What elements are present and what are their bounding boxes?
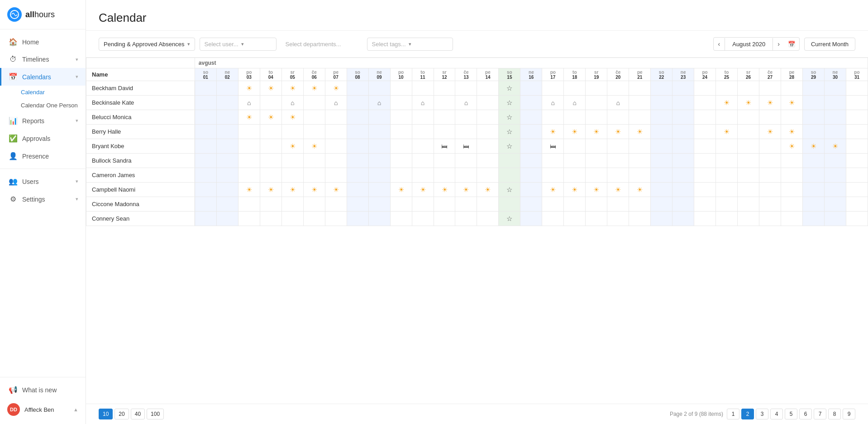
cell-8-18 (586, 197, 607, 212)
cell-5-24 (716, 154, 738, 168)
cell-6-24 (716, 168, 738, 183)
page-num-8[interactable]: 8 (828, 409, 841, 419)
cell-2-14: ☆ (499, 110, 520, 125)
sidebar-navigation: 🏠 Home ⏱ Timelines ▾ 📅 Calendars ▾ Calen… (0, 29, 86, 377)
page-size-20[interactable]: 20 (114, 409, 129, 419)
sidebar-item-presence[interactable]: 👤 Presence (0, 147, 86, 165)
page-num-5[interactable]: 5 (785, 409, 797, 419)
avatar: DD (7, 403, 20, 416)
page-num-3[interactable]: 3 (756, 409, 768, 419)
sidebar-item-label: Calendars (22, 73, 71, 81)
page-size-100[interactable]: 100 (147, 409, 164, 419)
cell-5-8 (368, 154, 390, 168)
cell-3-28 (802, 125, 824, 139)
cell-9-23 (694, 212, 716, 226)
employee-name: Beckham David (86, 81, 195, 96)
page-num-2[interactable]: 2 (741, 409, 754, 419)
cell-7-26 (759, 183, 781, 197)
page-num-7[interactable]: 7 (814, 409, 826, 419)
sidebar-sub-item-calendar[interactable]: Calendar (0, 86, 86, 99)
page-num-6[interactable]: 6 (799, 409, 812, 419)
cell-9-1 (216, 212, 238, 226)
cell-0-27 (781, 81, 803, 96)
cell-0-12 (455, 81, 477, 96)
cell-4-13 (477, 139, 499, 154)
cell-6-19 (607, 168, 629, 183)
page-num-9[interactable]: 9 (843, 409, 855, 419)
cell-1-8: ⌂ (368, 96, 390, 110)
page-info: Page 2 of 9 (88 items) (670, 411, 723, 417)
next-month-button[interactable]: › (773, 38, 784, 50)
sidebar-item-label: Users (22, 178, 71, 185)
sidebar-sub-item-calendar-one-person[interactable]: Calendar One Person (0, 99, 86, 112)
cell-3-25 (738, 125, 759, 139)
cell-5-14 (499, 154, 520, 168)
cell-6-13 (477, 168, 499, 183)
cell-8-19 (607, 197, 629, 212)
cell-5-28 (802, 154, 824, 168)
cell-2-4: ☀ (281, 110, 303, 125)
prev-month-button[interactable]: ‹ (714, 38, 725, 50)
cell-0-14: ☆ (499, 81, 520, 96)
sidebar-item-reports[interactable]: 📊 Reports ▾ (0, 112, 86, 130)
sidebar-item-calendars[interactable]: 📅 Calendars ▾ (0, 68, 86, 86)
cell-1-7 (347, 96, 368, 110)
sidebar-item-timelines[interactable]: ⏱ Timelines ▾ (0, 51, 86, 68)
page-size-10[interactable]: 10 (99, 409, 113, 419)
cell-9-29 (824, 212, 846, 226)
cell-2-27 (781, 110, 803, 125)
cell-5-15 (520, 154, 542, 168)
cell-4-29: ☀ (824, 139, 846, 154)
cell-3-5 (303, 125, 325, 139)
dept-filter-placeholder: Select departments... (286, 41, 341, 48)
sidebar-item-approvals[interactable]: ✅ Approvals (0, 130, 86, 147)
cell-8-26 (759, 197, 781, 212)
current-month-button[interactable]: Current Month (804, 38, 855, 51)
cell-9-9 (390, 212, 412, 226)
cell-9-10 (412, 212, 434, 226)
table-row: Beckham David☀☀☀☀☀☆ (86, 81, 868, 96)
cell-6-15 (520, 168, 542, 183)
day-header-27: če27 (759, 68, 781, 81)
cell-6-25 (738, 168, 759, 183)
cell-7-22 (672, 183, 694, 197)
cell-1-18 (586, 96, 607, 110)
logo-icon (7, 7, 22, 22)
absence-filter[interactable]: Pending & Approved Absences ▾ (99, 38, 195, 51)
cell-8-0 (195, 197, 216, 212)
page-title: Calendar (99, 11, 855, 25)
cell-2-23 (694, 110, 716, 125)
cell-7-27 (781, 183, 803, 197)
cell-6-11 (434, 168, 455, 183)
cell-8-4 (281, 197, 303, 212)
sidebar-item-home[interactable]: 🏠 Home (0, 33, 86, 51)
cell-7-23 (694, 183, 716, 197)
cell-8-14 (499, 197, 520, 212)
user-menu[interactable]: DD Affleck Ben ▲ (0, 399, 86, 420)
month-name-header (86, 58, 195, 68)
cell-5-13 (477, 154, 499, 168)
user-filter[interactable]: Select user... ▾ (200, 38, 277, 51)
cell-1-5 (303, 96, 325, 110)
cell-1-14: ☆ (499, 96, 520, 110)
cell-3-26: ☀ (759, 125, 781, 139)
sidebar-item-what-is-new[interactable]: 📢 What is new (0, 381, 86, 399)
cell-7-30 (846, 183, 868, 197)
sidebar-item-settings[interactable]: ⚙ Settings ▾ (0, 190, 86, 208)
page-size-40[interactable]: 40 (131, 409, 145, 419)
cell-1-2: ⌂ (238, 96, 260, 110)
page-num-4[interactable]: 4 (770, 409, 783, 419)
cell-7-8 (368, 183, 390, 197)
cell-9-5 (303, 212, 325, 226)
cell-1-10: ⌂ (412, 96, 434, 110)
calendar-picker-button[interactable]: 📅 (784, 38, 799, 50)
cell-9-27 (781, 212, 803, 226)
cell-8-17 (564, 197, 586, 212)
department-filter[interactable]: Select departments... (281, 38, 362, 50)
sidebar-item-users[interactable]: 👥 Users ▾ (0, 173, 86, 190)
cell-6-5 (303, 168, 325, 183)
cell-1-6: ⌂ (325, 96, 347, 110)
cell-9-2 (238, 212, 260, 226)
page-num-1[interactable]: 1 (727, 409, 739, 419)
tags-filter[interactable]: Select tags... ▾ (367, 38, 453, 51)
